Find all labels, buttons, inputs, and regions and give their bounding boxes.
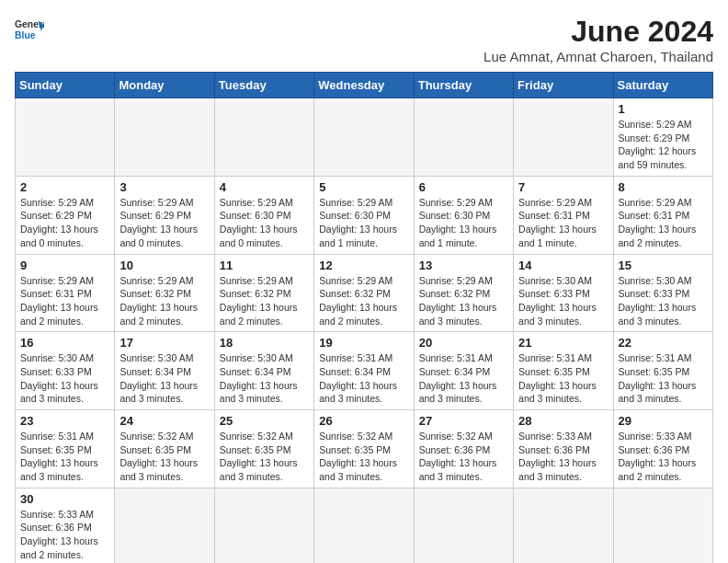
header-wednesday: Wednesday bbox=[314, 73, 414, 98]
calendar-row: 2Sunrise: 5:29 AMSunset: 6:29 PMDaylight… bbox=[16, 176, 713, 254]
day-number: 11 bbox=[220, 259, 309, 272]
day-info: Sunrise: 5:32 AMSunset: 6:35 PMDaylight:… bbox=[119, 430, 209, 484]
calendar-cell: 18Sunrise: 5:30 AMSunset: 6:34 PMDayligh… bbox=[214, 332, 313, 410]
calendar-cell: 1Sunrise: 5:29 AMSunset: 6:29 PMDaylight… bbox=[613, 98, 712, 177]
calendar-row: 1Sunrise: 5:29 AMSunset: 6:29 PMDaylight… bbox=[16, 98, 713, 177]
calendar-cell: 27Sunrise: 5:32 AMSunset: 6:36 PMDayligh… bbox=[414, 410, 513, 488]
day-info: Sunrise: 5:29 AMSunset: 6:30 PMDaylight:… bbox=[319, 196, 408, 250]
day-number: 22 bbox=[619, 336, 708, 350]
day-number: 16 bbox=[20, 336, 109, 350]
day-number: 14 bbox=[518, 259, 608, 272]
day-info: Sunrise: 5:29 AMSunset: 6:32 PMDaylight:… bbox=[319, 274, 408, 328]
day-info: Sunrise: 5:29 AMSunset: 6:29 PMDaylight:… bbox=[20, 196, 109, 250]
day-number: 29 bbox=[619, 414, 708, 428]
calendar-cell: 14Sunrise: 5:30 AMSunset: 6:33 PMDayligh… bbox=[514, 254, 613, 332]
calendar-cell bbox=[214, 98, 313, 177]
calendar-cell: 5Sunrise: 5:29 AMSunset: 6:30 PMDaylight… bbox=[314, 176, 414, 254]
calendar-cell bbox=[314, 488, 414, 563]
day-number: 13 bbox=[419, 259, 508, 272]
day-number: 28 bbox=[518, 414, 608, 428]
calendar-row: 23Sunrise: 5:31 AMSunset: 6:35 PMDayligh… bbox=[16, 410, 713, 488]
day-info: Sunrise: 5:30 AMSunset: 6:33 PMDaylight:… bbox=[619, 274, 708, 328]
day-info: Sunrise: 5:29 AMSunset: 6:31 PMDaylight:… bbox=[619, 196, 708, 250]
day-info: Sunrise: 5:31 AMSunset: 6:35 PMDaylight:… bbox=[619, 351, 708, 406]
calendar-cell: 28Sunrise: 5:33 AMSunset: 6:36 PMDayligh… bbox=[514, 410, 613, 488]
calendar-cell: 13Sunrise: 5:29 AMSunset: 6:32 PMDayligh… bbox=[414, 254, 513, 332]
day-number: 12 bbox=[319, 259, 408, 272]
day-number: 26 bbox=[319, 414, 408, 428]
day-number: 15 bbox=[619, 259, 708, 272]
day-info: Sunrise: 5:29 AMSunset: 6:32 PMDaylight:… bbox=[220, 274, 309, 328]
day-info: Sunrise: 5:30 AMSunset: 6:34 PMDaylight:… bbox=[220, 351, 309, 406]
header-friday: Friday bbox=[514, 73, 613, 98]
day-info: Sunrise: 5:29 AMSunset: 6:29 PMDaylight:… bbox=[119, 196, 209, 250]
day-number: 23 bbox=[20, 414, 109, 428]
calendar-cell: 4Sunrise: 5:29 AMSunset: 6:30 PMDaylight… bbox=[214, 176, 313, 254]
subtitle: Lue Amnat, Amnat Charoen, Thailand bbox=[483, 49, 713, 64]
weekday-header-row: Sunday Monday Tuesday Wednesday Thursday… bbox=[16, 73, 713, 98]
calendar-cell: 24Sunrise: 5:32 AMSunset: 6:35 PMDayligh… bbox=[115, 410, 214, 488]
day-info: Sunrise: 5:32 AMSunset: 6:36 PMDaylight:… bbox=[419, 430, 508, 484]
day-number: 7 bbox=[518, 180, 608, 194]
day-number: 25 bbox=[220, 414, 309, 428]
day-info: Sunrise: 5:31 AMSunset: 6:34 PMDaylight:… bbox=[319, 351, 408, 406]
day-info: Sunrise: 5:33 AMSunset: 6:36 PMDaylight:… bbox=[619, 430, 708, 484]
calendar-cell bbox=[16, 98, 115, 177]
svg-text:Blue: Blue bbox=[15, 30, 36, 40]
day-number: 17 bbox=[119, 336, 209, 350]
title-area: June 2024 Lue Amnat, Amnat Charoen, Thai… bbox=[483, 15, 713, 64]
calendar-cell: 19Sunrise: 5:31 AMSunset: 6:34 PMDayligh… bbox=[314, 332, 414, 410]
day-number: 21 bbox=[518, 336, 608, 350]
header-thursday: Thursday bbox=[414, 73, 513, 98]
day-number: 19 bbox=[319, 336, 408, 350]
calendar-cell: 9Sunrise: 5:29 AMSunset: 6:31 PMDaylight… bbox=[16, 254, 115, 332]
calendar-cell: 26Sunrise: 5:32 AMSunset: 6:35 PMDayligh… bbox=[314, 410, 414, 488]
calendar-cell bbox=[115, 488, 214, 563]
day-number: 20 bbox=[419, 336, 508, 350]
calendar-row: 16Sunrise: 5:30 AMSunset: 6:33 PMDayligh… bbox=[16, 332, 713, 410]
calendar-cell: 10Sunrise: 5:29 AMSunset: 6:32 PMDayligh… bbox=[115, 254, 214, 332]
day-number: 24 bbox=[119, 414, 209, 428]
day-number: 4 bbox=[220, 180, 309, 194]
calendar-row: 30Sunrise: 5:33 AMSunset: 6:36 PMDayligh… bbox=[16, 488, 713, 563]
day-number: 8 bbox=[619, 180, 708, 194]
calendar-cell bbox=[314, 98, 414, 177]
calendar-cell: 2Sunrise: 5:29 AMSunset: 6:29 PMDaylight… bbox=[16, 176, 115, 254]
calendar-row: 9Sunrise: 5:29 AMSunset: 6:31 PMDaylight… bbox=[16, 254, 713, 332]
calendar-cell bbox=[414, 488, 513, 563]
calendar-cell: 17Sunrise: 5:30 AMSunset: 6:34 PMDayligh… bbox=[115, 332, 214, 410]
calendar-cell: 25Sunrise: 5:32 AMSunset: 6:35 PMDayligh… bbox=[214, 410, 313, 488]
day-info: Sunrise: 5:29 AMSunset: 6:31 PMDaylight:… bbox=[20, 274, 109, 328]
calendar-cell: 23Sunrise: 5:31 AMSunset: 6:35 PMDayligh… bbox=[16, 410, 115, 488]
calendar-cell: 30Sunrise: 5:33 AMSunset: 6:36 PMDayligh… bbox=[16, 488, 115, 563]
day-info: Sunrise: 5:32 AMSunset: 6:35 PMDaylight:… bbox=[220, 430, 309, 484]
day-info: Sunrise: 5:32 AMSunset: 6:35 PMDaylight:… bbox=[319, 430, 408, 484]
calendar-cell: 20Sunrise: 5:31 AMSunset: 6:34 PMDayligh… bbox=[414, 332, 513, 410]
day-info: Sunrise: 5:31 AMSunset: 6:34 PMDaylight:… bbox=[419, 351, 508, 406]
day-number: 5 bbox=[319, 180, 408, 194]
calendar-cell: 22Sunrise: 5:31 AMSunset: 6:35 PMDayligh… bbox=[613, 332, 712, 410]
day-info: Sunrise: 5:29 AMSunset: 6:30 PMDaylight:… bbox=[419, 196, 508, 250]
calendar-cell: 11Sunrise: 5:29 AMSunset: 6:32 PMDayligh… bbox=[214, 254, 313, 332]
header-saturday: Saturday bbox=[613, 73, 712, 98]
calendar-cell: 16Sunrise: 5:30 AMSunset: 6:33 PMDayligh… bbox=[16, 332, 115, 410]
calendar-cell: 7Sunrise: 5:29 AMSunset: 6:31 PMDaylight… bbox=[514, 176, 613, 254]
calendar-cell: 15Sunrise: 5:30 AMSunset: 6:33 PMDayligh… bbox=[613, 254, 712, 332]
day-info: Sunrise: 5:30 AMSunset: 6:33 PMDaylight:… bbox=[20, 351, 109, 406]
header-tuesday: Tuesday bbox=[214, 73, 313, 98]
calendar-cell: 3Sunrise: 5:29 AMSunset: 6:29 PMDaylight… bbox=[115, 176, 214, 254]
logo: General Blue bbox=[15, 15, 44, 44]
day-info: Sunrise: 5:31 AMSunset: 6:35 PMDaylight:… bbox=[518, 351, 608, 406]
calendar-cell bbox=[115, 98, 214, 177]
calendar-cell: 8Sunrise: 5:29 AMSunset: 6:31 PMDaylight… bbox=[613, 176, 712, 254]
calendar-cell bbox=[214, 488, 313, 563]
calendar-cell: 6Sunrise: 5:29 AMSunset: 6:30 PMDaylight… bbox=[414, 176, 513, 254]
header: General Blue June 2024 Lue Amnat, Amnat … bbox=[15, 15, 713, 64]
day-info: Sunrise: 5:30 AMSunset: 6:33 PMDaylight:… bbox=[518, 274, 608, 328]
header-sunday: Sunday bbox=[16, 73, 115, 98]
day-number: 2 bbox=[20, 180, 109, 194]
calendar-cell: 29Sunrise: 5:33 AMSunset: 6:36 PMDayligh… bbox=[613, 410, 712, 488]
day-info: Sunrise: 5:29 AMSunset: 6:32 PMDaylight:… bbox=[419, 274, 508, 328]
day-info: Sunrise: 5:29 AMSunset: 6:30 PMDaylight:… bbox=[220, 196, 309, 250]
calendar: Sunday Monday Tuesday Wednesday Thursday… bbox=[15, 72, 713, 563]
